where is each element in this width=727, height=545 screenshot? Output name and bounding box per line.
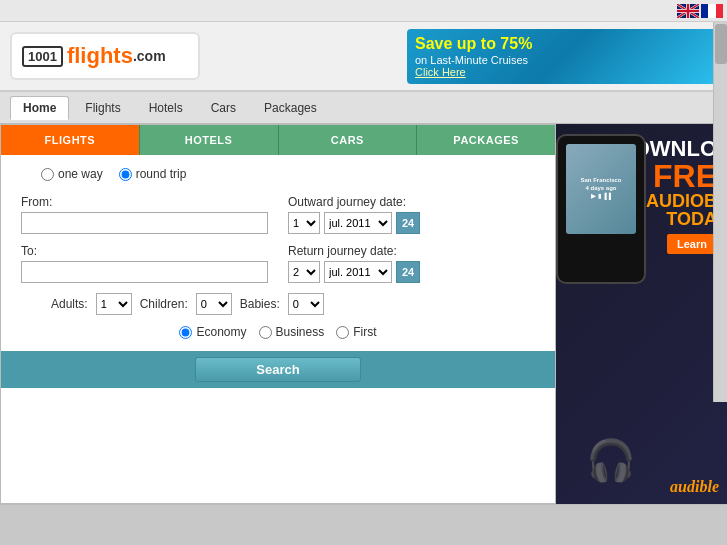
to-col: To: xyxy=(21,244,268,283)
top-bar xyxy=(0,0,727,22)
bottom-area xyxy=(0,504,727,545)
outward-calendar-btn[interactable]: 24 xyxy=(396,212,420,234)
learn-button[interactable]: Learn xyxy=(667,234,717,254)
from-input[interactable] xyxy=(21,212,268,234)
headphones-decoration: 🎧 xyxy=(586,437,636,484)
tab-hotels[interactable]: HOTELS xyxy=(140,125,278,155)
uk-flag-icon[interactable] xyxy=(677,4,699,18)
svg-rect-3 xyxy=(716,4,723,18)
return-month-select[interactable]: jul. 2011 xyxy=(324,261,392,283)
tab-packages[interactable]: PACKAGES xyxy=(417,125,555,155)
from-col: From: xyxy=(21,195,268,234)
nav-packages[interactable]: Packages xyxy=(252,97,329,119)
business-label[interactable]: Business xyxy=(259,325,325,339)
economy-radio[interactable] xyxy=(179,326,192,339)
logo[interactable]: 1001 flights .com xyxy=(10,32,200,80)
nav-cars[interactable]: Cars xyxy=(199,97,248,119)
logo-brand: flights xyxy=(67,43,133,69)
banner-cta[interactable]: Click Here xyxy=(415,66,709,78)
first-radio[interactable] xyxy=(336,326,349,339)
round-trip-radio[interactable] xyxy=(119,168,132,181)
to-input[interactable] xyxy=(21,261,268,283)
class-row: Economy Business First xyxy=(21,325,535,339)
pax-row: Adults: 1234 Children: 012 Babies: 012 xyxy=(51,293,535,315)
nav-home[interactable]: Home xyxy=(10,96,69,120)
first-label[interactable]: First xyxy=(336,325,376,339)
scroll-thumb[interactable] xyxy=(715,24,727,64)
one-way-radio[interactable] xyxy=(41,168,54,181)
banner-title: Save up to 75% xyxy=(415,34,709,53)
return-day-select[interactable]: 2 xyxy=(288,261,320,283)
economy-label[interactable]: Economy xyxy=(179,325,246,339)
logo-tld: .com xyxy=(133,48,166,64)
nav-bar: Home Flights Hotels Cars Packages xyxy=(0,92,727,124)
fr-flag-icon[interactable] xyxy=(701,4,723,18)
children-label: Children: xyxy=(140,297,188,311)
logo-number: 1001 xyxy=(22,46,63,67)
phone-screen: San Francisco4 days ago▶ ▮ ▐▐ xyxy=(566,144,636,234)
adults-label: Adults: xyxy=(51,297,88,311)
outward-day-select[interactable]: 1 xyxy=(288,212,320,234)
tab-flights[interactable]: FLIGHTS xyxy=(1,125,139,155)
search-btn-row: Search xyxy=(1,351,555,388)
outward-date-col: Outward journey date: 1 jul. 2011 24 xyxy=(288,195,535,234)
header-banner[interactable]: Save up to 75% on Last-Minute Cruises Cl… xyxy=(407,29,717,84)
scrollbar-vertical[interactable] xyxy=(713,22,727,402)
return-date-col: Return journey date: 2 jul. 2011 24 xyxy=(288,244,535,283)
svg-rect-1 xyxy=(701,4,708,18)
babies-select[interactable]: 012 xyxy=(288,293,324,315)
to-label: To: xyxy=(21,244,268,258)
header: 1001 flights .com Save up to 75% on Last… xyxy=(0,22,727,92)
outward-month-select[interactable]: jul. 2011 xyxy=(324,212,392,234)
search-panel: FLIGHTS HOTELS CARS PACKAGES one way rou… xyxy=(0,124,556,504)
audible-ad: San Francisco4 days ago▶ ▮ ▐▐ DOWNLO FRE… xyxy=(556,124,727,504)
from-date-row: From: Outward journey date: 1 jul. 2011 … xyxy=(21,195,535,234)
search-form: one way round trip From: Outward journey… xyxy=(1,155,555,400)
phone-mockup: San Francisco4 days ago▶ ▮ ▐▐ xyxy=(556,134,646,284)
trip-type-row: one way round trip xyxy=(41,167,535,181)
business-radio[interactable] xyxy=(259,326,272,339)
outward-label: Outward journey date: xyxy=(288,195,535,209)
tab-cars[interactable]: CARS xyxy=(279,125,417,155)
round-trip-label[interactable]: round trip xyxy=(119,167,187,181)
return-calendar-btn[interactable]: 24 xyxy=(396,261,420,283)
nav-hotels[interactable]: Hotels xyxy=(137,97,195,119)
audible-logo: audible xyxy=(670,478,719,496)
svg-rect-2 xyxy=(708,4,716,18)
nav-flights[interactable]: Flights xyxy=(73,97,132,119)
phone-screen-text: San Francisco4 days ago▶ ▮ ▐▐ xyxy=(580,177,621,200)
banner-subtitle: on Last-Minute Cruises xyxy=(415,54,709,66)
adults-select[interactable]: 1234 xyxy=(96,293,132,315)
search-tabs: FLIGHTS HOTELS CARS PACKAGES xyxy=(1,125,555,155)
return-date-row: 2 jul. 2011 24 xyxy=(288,261,535,283)
return-label: Return journey date: xyxy=(288,244,535,258)
to-date-row: To: Return journey date: 2 jul. 2011 24 xyxy=(21,244,535,283)
one-way-label[interactable]: one way xyxy=(41,167,103,181)
main-area: FLIGHTS HOTELS CARS PACKAGES one way rou… xyxy=(0,124,727,504)
from-label: From: xyxy=(21,195,268,209)
babies-label: Babies: xyxy=(240,297,280,311)
outward-date-row: 1 jul. 2011 24 xyxy=(288,212,535,234)
search-button[interactable]: Search xyxy=(195,357,360,382)
children-select[interactable]: 012 xyxy=(196,293,232,315)
right-banner[interactable]: San Francisco4 days ago▶ ▮ ▐▐ DOWNLO FRE… xyxy=(556,124,727,504)
